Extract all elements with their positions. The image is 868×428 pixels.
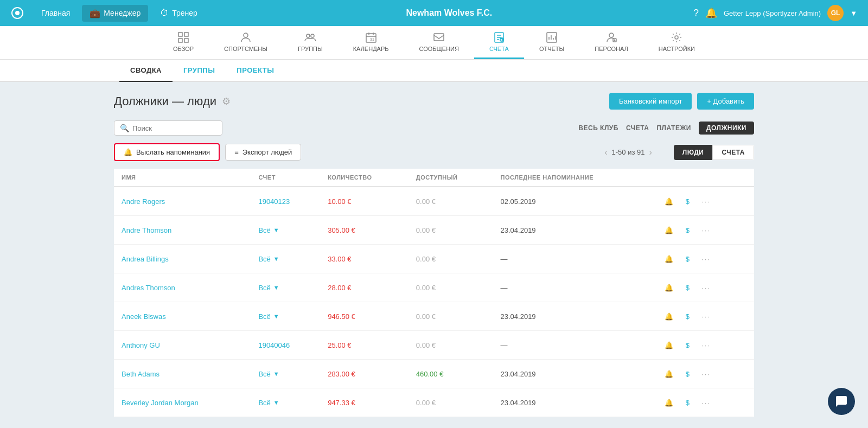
row-more-icon[interactable]: ··· bbox=[698, 194, 713, 209]
export-button[interactable]: ≡ Экспорт людей bbox=[225, 144, 301, 161]
row-dollar-icon[interactable]: $ bbox=[680, 337, 695, 353]
person-link[interactable]: Beth Adams bbox=[122, 370, 159, 378]
row-bell-icon[interactable]: 🔔 bbox=[661, 251, 676, 266]
filter-debtors[interactable]: ДОЛЖНИКИ bbox=[699, 122, 754, 135]
tab-summary[interactable]: СВОДКА bbox=[119, 60, 173, 82]
nav-trainer[interactable]: ⏱ Тренер bbox=[152, 5, 205, 21]
account-dropdown-icon[interactable]: ▼ bbox=[273, 284, 279, 291]
page-title: Должники — люди bbox=[114, 94, 216, 108]
row-more-icon[interactable]: ··· bbox=[698, 395, 713, 410]
cell-actions: 🔔$··· bbox=[654, 302, 754, 331]
filter-invoices[interactable]: СЧЕТА bbox=[626, 124, 649, 132]
sec-nav-settings[interactable]: НАСТРОЙКИ bbox=[643, 26, 710, 59]
cell-available: 0.00 € bbox=[409, 245, 493, 273]
row-dollar-icon[interactable]: $ bbox=[680, 194, 695, 209]
svg-point-30 bbox=[675, 36, 678, 39]
nav-manager[interactable]: 💼 Менеджер bbox=[82, 5, 148, 22]
chat-button[interactable] bbox=[828, 388, 855, 415]
table-row: Beverley Jordan MorganВсё▼947.33 €0.00 €… bbox=[114, 388, 754, 417]
account-link[interactable]: Всё bbox=[258, 284, 270, 292]
sec-nav-athletes[interactable]: СПОРТСМЕНЫ bbox=[209, 26, 283, 59]
sec-nav-reports[interactable]: ОТЧЕТЫ bbox=[524, 26, 579, 59]
user-avatar[interactable]: GL bbox=[827, 5, 844, 21]
remind-button[interactable]: 🔔 Выслать напоминания bbox=[114, 143, 220, 161]
svg-rect-5 bbox=[184, 39, 188, 42]
account-link[interactable]: 19040123 bbox=[258, 197, 290, 206]
cell-available: 0.00 € bbox=[409, 331, 493, 360]
toggle-people[interactable]: ЛЮДИ bbox=[674, 145, 713, 160]
help-icon[interactable]: ? bbox=[693, 8, 699, 19]
cell-actions: 🔔$··· bbox=[654, 388, 754, 417]
row-dollar-icon[interactable]: $ bbox=[680, 280, 695, 295]
person-link[interactable]: Aneek Biswas bbox=[122, 312, 166, 321]
cell-quantity: 10.00 € bbox=[320, 187, 409, 216]
row-more-icon[interactable]: ··· bbox=[698, 280, 713, 295]
person-link[interactable]: Anthony GU bbox=[122, 341, 160, 349]
row-dollar-icon[interactable]: $ bbox=[680, 395, 695, 410]
row-bell-icon[interactable]: 🔔 bbox=[661, 309, 676, 324]
nav-home[interactable]: Главная bbox=[34, 5, 78, 21]
sec-nav-overview[interactable]: ОБЗОР bbox=[158, 26, 209, 59]
sec-nav-calendar[interactable]: 31 КАЛЕНДАРЬ bbox=[338, 26, 404, 59]
account-link[interactable]: Всё bbox=[258, 370, 270, 378]
row-dollar-icon[interactable]: $ bbox=[680, 222, 695, 238]
filter-payments[interactable]: ПЛАТЕЖИ bbox=[656, 124, 691, 132]
sec-nav-groups[interactable]: ГРУППЫ bbox=[283, 26, 338, 59]
import-button[interactable]: Банковский импорт bbox=[609, 93, 692, 110]
row-dollar-icon[interactable]: $ bbox=[680, 251, 695, 266]
row-dollar-icon[interactable]: $ bbox=[680, 366, 695, 381]
row-more-icon[interactable]: ··· bbox=[698, 309, 713, 324]
sec-nav-messages[interactable]: СООБЩЕНИЯ bbox=[404, 26, 474, 59]
row-dollar-icon[interactable]: $ bbox=[680, 309, 695, 324]
next-page-icon[interactable]: › bbox=[649, 148, 652, 157]
account-dropdown-icon[interactable]: ▼ bbox=[273, 370, 279, 377]
account-link[interactable]: Всё bbox=[258, 399, 270, 407]
col-available: ДОСТУПНЫЙ bbox=[409, 169, 493, 187]
pagination: ‹ 1-50 из 91 › bbox=[604, 148, 652, 157]
account-link[interactable]: 19040046 bbox=[258, 341, 290, 349]
account-link[interactable]: Всё bbox=[258, 312, 270, 321]
account-link[interactable]: Всё bbox=[258, 255, 270, 263]
row-bell-icon[interactable]: 🔔 bbox=[661, 194, 676, 209]
account-dropdown-icon[interactable]: ▼ bbox=[273, 313, 279, 320]
tab-groups[interactable]: ГРУППЫ bbox=[173, 60, 226, 82]
row-more-icon[interactable]: ··· bbox=[698, 366, 713, 381]
brand-logo bbox=[11, 7, 24, 20]
row-bell-icon[interactable]: 🔔 bbox=[661, 222, 676, 238]
person-link[interactable]: Andres Thomson bbox=[122, 284, 175, 292]
svg-point-1 bbox=[15, 11, 20, 15]
account-dropdown-icon[interactable]: ▼ bbox=[273, 255, 279, 262]
account-link[interactable]: Всё bbox=[258, 226, 270, 234]
person-link[interactable]: Beverley Jordan Morgan bbox=[122, 399, 199, 407]
row-bell-icon[interactable]: 🔔 bbox=[661, 337, 676, 353]
cell-last-reminder: 23.04.2019 bbox=[493, 388, 654, 417]
tab-projects[interactable]: ПРОЕКТЫ bbox=[226, 60, 285, 82]
search-input[interactable] bbox=[132, 124, 216, 132]
person-link[interactable]: Andre Thomson bbox=[122, 226, 171, 234]
cell-name: Andre Rogers bbox=[114, 187, 251, 216]
row-more-icon[interactable]: ··· bbox=[698, 251, 713, 266]
row-more-icon[interactable]: ··· bbox=[698, 337, 713, 353]
row-bell-icon[interactable]: 🔔 bbox=[661, 395, 676, 410]
toggle-accounts[interactable]: СЧЕТА bbox=[712, 145, 754, 160]
person-link[interactable]: Andre Rogers bbox=[122, 197, 165, 206]
bell-icon[interactable]: 🔔 bbox=[705, 7, 717, 19]
row-bell-icon[interactable]: 🔔 bbox=[661, 366, 676, 381]
remind-bell-icon: 🔔 bbox=[124, 148, 132, 156]
row-bell-icon[interactable]: 🔔 bbox=[661, 280, 676, 295]
filter-all[interactable]: ВЕСЬ КЛУБ bbox=[578, 124, 618, 132]
user-dropdown-icon[interactable]: ▼ bbox=[850, 9, 857, 17]
sec-nav-staff[interactable]: ПЕРСОНАЛ bbox=[579, 26, 643, 59]
sec-nav-invoices[interactable]: $ СЧЕТА bbox=[474, 26, 524, 59]
person-link[interactable]: Andrea Billings bbox=[122, 255, 169, 263]
account-dropdown-icon[interactable]: ▼ bbox=[273, 399, 279, 406]
action-row: 🔔 Выслать напоминания ≡ Экспорт людей ‹ … bbox=[114, 143, 754, 161]
row-more-icon[interactable]: ··· bbox=[698, 222, 713, 238]
prev-page-icon[interactable]: ‹ bbox=[604, 148, 607, 157]
cell-account: 19040123 bbox=[251, 187, 320, 216]
add-button[interactable]: + Добавить bbox=[697, 93, 754, 110]
cell-actions: 🔔$··· bbox=[654, 331, 754, 360]
account-dropdown-icon[interactable]: ▼ bbox=[273, 227, 279, 233]
page-header: Должники — люди ⚙ Банковский импорт + До… bbox=[114, 93, 754, 110]
gear-icon[interactable]: ⚙ bbox=[222, 95, 231, 107]
